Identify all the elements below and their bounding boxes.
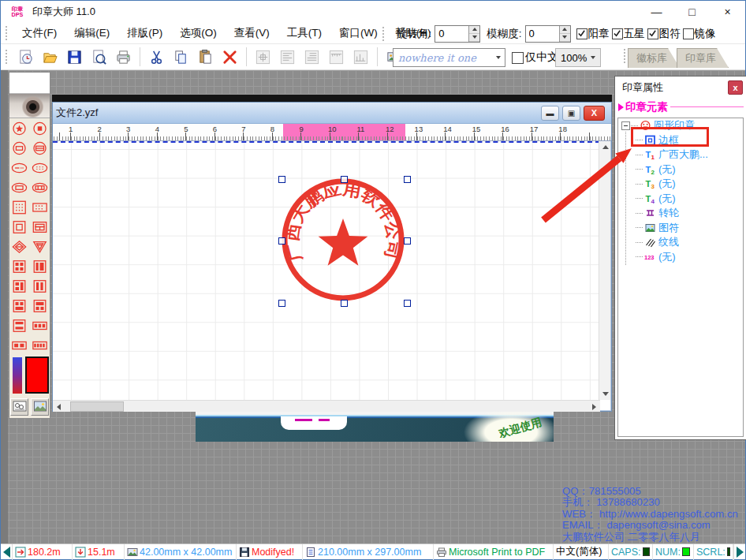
seal-square-inner-icon[interactable]	[9, 217, 30, 237]
menu-tools[interactable]: 工具(T)	[278, 27, 330, 39]
five-star-checkbox[interactable]	[612, 28, 623, 39]
only-chinese-checkbox[interactable]	[512, 52, 524, 64]
status-scroll-right-button[interactable]	[733, 544, 745, 560]
minimize-button[interactable]: —	[639, 1, 674, 23]
checkbox-mirror[interactable]: 镜像	[683, 27, 716, 41]
design-canvas[interactable]: 广西大鹏应用软件公司	[53, 141, 600, 400]
tree-node-label[interactable]: 图符	[658, 221, 679, 235]
tree-node-label[interactable]: (无)	[658, 192, 676, 206]
selection-handle[interactable]	[278, 237, 285, 245]
selection-handle[interactable]	[278, 176, 285, 183]
menu-options[interactable]: 选项(O)	[171, 27, 226, 39]
tree-node-tree-t3-icon[interactable]: T3(无)	[618, 177, 743, 192]
doc-restore-button[interactable]: ▣	[562, 106, 580, 121]
preview-icon[interactable]	[89, 47, 110, 67]
seal-wide2-icon[interactable]	[9, 335, 30, 355]
menu-file[interactable]: 文件(F)	[13, 27, 65, 39]
checkbox-glyph[interactable]: 图符	[647, 27, 681, 41]
panel-close-button[interactable]: x	[728, 80, 743, 95]
seal-hbars-icon[interactable]	[9, 315, 30, 335]
seal-ellipse-dots-icon[interactable]	[30, 158, 50, 177]
selection-handle[interactable]	[341, 176, 348, 183]
new-icon[interactable]	[16, 47, 36, 67]
mirror-checkbox[interactable]	[683, 28, 694, 39]
library-button[interactable]	[31, 398, 49, 416]
blur-input[interactable]	[526, 26, 559, 42]
copy-icon[interactable]	[171, 47, 192, 67]
seal-top1-bottom2-icon[interactable]	[30, 296, 50, 315]
rotate-angle-stepper[interactable]	[435, 25, 480, 43]
seal-ellipse-dashdot-icon[interactable]	[9, 158, 30, 177]
save-icon[interactable]	[65, 47, 85, 67]
tab-seal-lib[interactable]: 印章库	[677, 48, 729, 68]
open-icon[interactable]	[40, 47, 61, 67]
scroll-down-arrow[interactable]	[599, 388, 611, 400]
tree-node-tree-lines-icon[interactable]: 纹线	[618, 235, 743, 250]
selection-handle[interactable]	[278, 300, 285, 307]
tree-node-label[interactable]: (无)	[658, 162, 676, 177]
print-icon[interactable]	[114, 47, 134, 67]
tree-node-label[interactable]: 广西大鹏...	[658, 147, 708, 162]
document-title-bar[interactable]: 文件2.yzf ▬ ▣ X	[53, 103, 611, 124]
tree-node-tree-t1-icon[interactable]: T1广西大鹏...	[618, 147, 743, 162]
seal-top2-bottom1-icon[interactable]	[9, 296, 30, 315]
seal-rect-split-icon[interactable]	[30, 217, 50, 237]
scroll-right-arrow[interactable]	[588, 401, 600, 413]
delete-icon[interactable]	[220, 47, 241, 67]
seal-twocols-icon[interactable]	[30, 276, 50, 296]
seal-circle-square-icon[interactable]	[30, 118, 50, 138]
tree-node-tree-t2-icon[interactable]: T2(无)	[618, 162, 743, 177]
close-button[interactable]: ×	[710, 1, 745, 23]
color-gradient-bar[interactable]	[13, 357, 22, 394]
only-chinese-option[interactable]: 仅中文	[512, 50, 558, 65]
seal-quad-icon[interactable]	[9, 256, 30, 276]
yang-seal-checkbox[interactable]	[576, 28, 587, 39]
paste-icon[interactable]	[196, 47, 216, 67]
seal-tworows-bar-icon[interactable]	[9, 276, 30, 296]
seal-ellipse-rect-icon[interactable]	[9, 177, 30, 197]
seal-circle-rect-icon[interactable]	[9, 138, 30, 158]
zoom-select[interactable]: 100%	[555, 48, 601, 67]
menu-layout[interactable]: 排版(P)	[118, 27, 171, 39]
tree-node-label[interactable]: (无)	[658, 177, 676, 191]
tab-logo-lib[interactable]: 徽标库	[628, 48, 680, 68]
tree-node-label[interactable]: 转轮	[658, 206, 679, 220]
current-color-swatch[interactable]	[25, 357, 49, 394]
seal-star[interactable]	[319, 218, 368, 266]
checkbox-five-star[interactable]: 五星	[612, 27, 645, 41]
scrollbar-thumb[interactable]	[70, 401, 124, 412]
selection-handle[interactable]	[404, 237, 411, 245]
tree-node-tree-wheel-icon[interactable]: 转轮	[618, 206, 743, 221]
seal-circle-star-icon[interactable]	[9, 118, 30, 138]
seal-wide3-icon[interactable]	[30, 315, 50, 335]
chevron-down-icon[interactable]	[492, 56, 505, 59]
tree-node-label[interactable]: (无)	[658, 250, 676, 264]
seal-rect-dots-icon[interactable]	[30, 197, 50, 217]
menu-edit[interactable]: 编辑(E)	[65, 27, 118, 39]
scroll-up-arrow[interactable]	[599, 141, 611, 153]
settings-button[interactable]	[10, 398, 28, 416]
scroll-left-arrow[interactable]	[53, 401, 65, 413]
horizontal-scrollbar[interactable]	[53, 400, 600, 412]
seal-circle-rect-line-icon[interactable]	[30, 138, 50, 158]
font-select[interactable]: nowhere it one	[393, 48, 505, 67]
menu-view[interactable]: 查看(V)	[226, 27, 278, 39]
status-scroll-left-button[interactable]	[1, 544, 13, 560]
seal-leftbar-square-icon[interactable]	[30, 256, 50, 276]
maximize-button[interactable]: □	[674, 1, 710, 23]
blur-stepper[interactable]	[525, 25, 571, 43]
rotate-angle-input[interactable]	[435, 26, 468, 42]
selection-handle[interactable]	[404, 176, 411, 183]
glyph-checkbox[interactable]	[647, 28, 658, 39]
tree-node-tree-num-icon[interactable]: 123(无)	[618, 250, 743, 265]
tree-collapse-icon[interactable]	[621, 121, 630, 130]
seal-triangle-icon[interactable]	[30, 237, 50, 256]
vertical-scrollbar[interactable]	[599, 141, 610, 400]
seal-ellipse-rect-lines-icon[interactable]	[30, 177, 50, 197]
seal-graphic[interactable]: 广西大鹏应用软件公司	[264, 161, 422, 319]
seal-diamond-icon[interactable]	[9, 237, 30, 256]
checkbox-yang-seal[interactable]: 阳章	[576, 27, 610, 41]
selection-handle[interactable]	[341, 300, 348, 307]
seal-square-dots-icon[interactable]	[9, 197, 30, 217]
tree-node-label[interactable]: 纹线	[658, 235, 679, 249]
